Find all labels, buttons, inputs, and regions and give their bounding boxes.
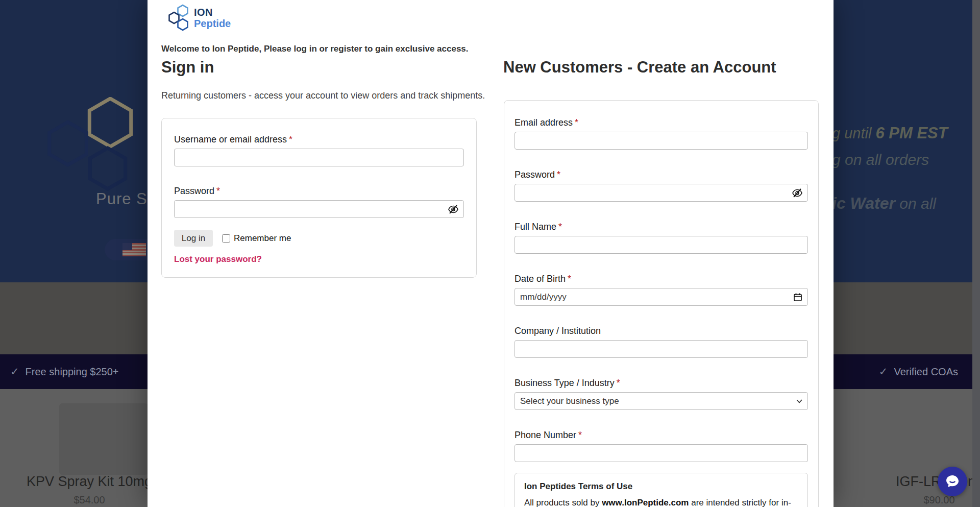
promo-line-3-bold: ic Water <box>832 194 895 212</box>
remember-me-field[interactable]: Remember me <box>222 233 291 244</box>
terms-title: Ion Peptides Terms of Use <box>524 481 798 492</box>
promo-line-2: g on all orders <box>832 151 929 168</box>
hero-tagline: Pure Sc <box>96 190 156 208</box>
hero-hexagons-decoration <box>41 97 143 199</box>
business-type-selected-value: Select your business type <box>520 396 619 406</box>
promo-line-1-text: g until <box>832 125 875 141</box>
check-icon: ✓ <box>10 366 19 378</box>
fullname-label: Full Name* <box>514 222 808 232</box>
phone-input[interactable] <box>514 444 808 462</box>
register-form-card: Email address* Password* Full Name* Date… <box>504 100 819 507</box>
username-label-text: Username or email address <box>174 134 287 144</box>
ion-peptide-logo: ION Peptide <box>167 4 231 32</box>
benefit-verified-coas: ✓ Verified COAs <box>879 366 958 378</box>
dob-label: Date of Birth* <box>514 274 808 284</box>
email-label-text: Email address <box>514 117 573 128</box>
required-asterisk: * <box>289 134 292 144</box>
fullname-label-text: Full Name <box>514 222 556 232</box>
toggle-password-visibility-icon[interactable] <box>792 187 803 199</box>
chevron-down-icon <box>796 399 802 403</box>
remember-me-label: Remember me <box>234 233 291 244</box>
benefit-free-shipping-label: Free shipping $250+ <box>26 366 119 378</box>
signin-password-label: Password* <box>174 186 464 197</box>
product-price: $54.00 <box>10 494 168 506</box>
logo-word-peptide: Peptide <box>194 18 231 29</box>
required-asterisk: * <box>568 274 571 284</box>
dob-input[interactable]: mm/dd/yyyy <box>514 288 808 306</box>
terms-text: All products sold by <box>524 498 602 507</box>
terms-body: All products sold by www.IonPeptide.com … <box>524 497 798 507</box>
required-asterisk: * <box>558 222 562 232</box>
phone-label-text: Phone Number <box>514 430 576 440</box>
register-title: New Customers - Create an Account <box>503 58 776 77</box>
product-image-placeholder <box>59 403 149 475</box>
login-button[interactable]: Log in <box>174 230 213 247</box>
calendar-icon[interactable] <box>793 293 802 302</box>
chat-widget-button[interactable] <box>938 467 967 496</box>
company-label: Company / Institution <box>514 326 808 336</box>
terms-of-use-box: Ion Peptides Terms of Use All products s… <box>514 473 808 507</box>
product-card: KPV Spray Kit 10mg $54.00 <box>10 474 168 506</box>
logo-hexagons-icon <box>167 4 192 32</box>
logo-word-ion: ION <box>194 7 231 18</box>
register-password-input[interactable] <box>514 184 808 202</box>
chat-icon <box>945 474 960 489</box>
required-asterisk: * <box>557 170 560 180</box>
signin-password-label-text: Password <box>174 186 214 196</box>
benefit-free-shipping: ✓ Free shipping $250+ <box>10 366 119 378</box>
business-type-label-text: Business Type / Industry <box>514 378 615 388</box>
check-icon: ✓ <box>879 366 888 378</box>
phone-label: Phone Number* <box>514 430 808 441</box>
product-price: $90.00 <box>896 494 972 506</box>
benefit-verified-coas-label: Verified COAs <box>894 366 958 378</box>
dob-placeholder: mm/dd/yyyy <box>520 292 567 302</box>
terms-domain-text: www.IonPeptide.com <box>602 498 689 507</box>
required-asterisk: * <box>578 430 582 440</box>
auth-modal: ION Peptide Welcome to Ion Peptide, Plea… <box>148 0 834 507</box>
signin-password-input[interactable] <box>174 200 464 218</box>
welcome-message: Welcome to Ion Peptide, Please log in or… <box>161 44 469 54</box>
product-title: KPV Spray Kit 10mg <box>10 474 168 490</box>
required-asterisk: * <box>216 186 220 196</box>
page-scrollbar[interactable] <box>972 0 980 507</box>
promo-line-3-text: on all <box>895 195 936 212</box>
signin-form-card: Username or email address* Password* Log… <box>161 118 477 278</box>
required-asterisk: * <box>617 378 620 388</box>
remember-me-checkbox[interactable] <box>222 234 230 243</box>
us-flag-icon <box>122 243 146 256</box>
company-input[interactable] <box>514 340 808 358</box>
promo-line-3: ic Water on all <box>832 194 936 213</box>
register-password-label: Password* <box>514 170 808 180</box>
dob-label-text: Date of Birth <box>514 274 566 284</box>
business-type-select[interactable]: Select your business type <box>514 392 808 410</box>
username-input[interactable] <box>174 149 464 166</box>
logo-wordmark: ION Peptide <box>194 7 231 29</box>
email-input[interactable] <box>514 132 808 150</box>
lost-password-link[interactable]: Lost your password? <box>174 254 262 264</box>
promo-line-1-bold: 6 PM EST <box>875 124 947 142</box>
business-type-label: Business Type / Industry* <box>514 378 808 389</box>
signin-subtitle: Returning customers - access your accoun… <box>161 90 485 101</box>
signin-title: Sign in <box>161 58 214 77</box>
register-password-label-text: Password <box>514 170 555 180</box>
username-label: Username or email address* <box>174 134 464 145</box>
required-asterisk: * <box>575 117 578 128</box>
fullname-input[interactable] <box>514 236 808 254</box>
toggle-password-visibility-icon[interactable] <box>448 204 459 215</box>
promo-line-1: g until 6 PM EST <box>832 124 948 142</box>
email-label: Email address* <box>514 117 808 128</box>
